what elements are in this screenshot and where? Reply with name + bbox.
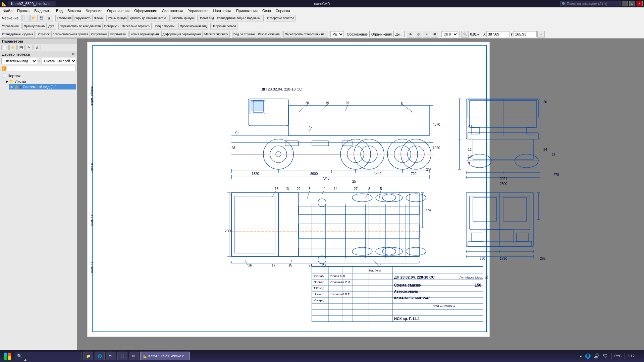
svg-text:Нар Усм: Нар Усм [369,269,381,272]
start-button[interactable] [1,351,13,361]
snap-icon-1[interactable]: ⊕ [407,31,414,38]
tree-search-input[interactable] [7,66,75,71]
tb-chamfer-btn[interactable]: Фаска [93,15,104,21]
taskbar-task-browser[interactable]: 🌐 [95,352,105,360]
params-tb-4[interactable]: ✎ [25,45,33,50]
tb-viewarrow-btn[interactable]: Вид по стрелке [232,31,256,38]
tb-del-to-nearest-btn[interactable]: Удалить до ближайшего о... [128,15,170,21]
svg-text:1440: 1440 [374,172,382,176]
menu-item-help[interactable]: Справка [274,8,292,13]
menu-item-view[interactable]: Вид [54,8,65,13]
svg-text:20: 20 [305,101,309,105]
layer-select-1[interactable]: Системный вид... [1,58,37,64]
tb-deform-btn[interactable]: Деформация перемещения [161,31,203,38]
menu-item-file[interactable]: Файл [1,8,14,13]
svg-text:14: 14 [334,187,338,191]
tree-node-drawing[interactable]: 📄 Чертеж: [1,73,76,78]
scale-icon[interactable]: 🔍 [461,31,469,38]
taskbar-shield-icon[interactable]: 🛡 [602,353,609,359]
tb-segment-btn[interactable]: Отрезок [37,31,51,38]
menu-item-select[interactable]: Выделить [32,8,53,13]
tb-rebuild-holes-btn[interactable]: Перестроить отверстия и из... [283,31,328,38]
tb-std-items-btn[interactable]: Стандартные изделия [1,31,35,38]
taskbar-show-desktop[interactable] [638,351,640,361]
tb-trim-btn[interactable]: Усечь кривую [106,15,128,21]
tb-helpline-btn[interactable]: Вспомогательная прямая [51,31,90,38]
task-mail-icon: ✉ [132,354,135,358]
tree-node-sysview[interactable]: 👁 🔒 ■ Системный вид (1:1 [9,84,76,89]
sep-r2-4 [209,23,209,29]
menu-item-manage[interactable]: Управление [186,8,210,13]
params-tb-new[interactable]: 📄 [1,45,9,50]
taskbar-language[interactable]: РУС [614,354,622,358]
tb-print-btn[interactable]: 🖨 [46,15,53,21]
tb-hole-btn[interactable]: Отверстие простое [266,15,296,21]
taskbar-task-explorer[interactable]: 📁 [83,352,93,360]
search-placeholder[interactable]: Поиск по командам (Alt+/) [567,2,607,6]
toolbar-row-2: Управление Прямоугольник Дуга Переместит… [0,22,644,30]
canvas-area[interactable]: Форм. обозна Лист. К Лист. К г Лист. К г… [77,39,644,354]
menu-item-constraints[interactable]: Ограничения [105,8,131,13]
menu-item-format[interactable]: Оформление [132,8,159,13]
taskbar-task-music[interactable]: 🎵 [117,352,127,360]
sep-snap [440,31,440,37]
main-area: Параметры 📄 📂 💾 ✎ 🖨 Дерево чертежа ⚙ Сис… [0,39,644,354]
tb-autoline-btn[interactable]: Автолиния [55,15,73,21]
tb-circle-btn[interactable]: Окружность [73,15,93,21]
taskbar-time[interactable]: 3:12 [628,354,635,358]
tb-open-btn[interactable]: 📂 [30,15,38,21]
tb-viewfrommodel-btn[interactable]: Вид с модели... [154,23,178,29]
layer-select-2[interactable]: Системный слой [42,58,76,64]
tree-settings-icon[interactable]: ⚙ [71,52,75,56]
tb-extthread-btn[interactable]: Наружная резьба [210,23,237,29]
taskbar-network-icon[interactable]: 🌐 [585,353,591,359]
x-coord-box[interactable]: 387.69 [486,31,510,37]
menu-item-insert[interactable]: Вставка [65,8,83,13]
tb-hatch-btn[interactable]: Штриховка [109,31,127,38]
snap-icon-4[interactable]: ⊞ [431,31,438,38]
menu-item-edit[interactable]: Правка [15,8,32,13]
tb-stdviews-btn[interactable]: Стандартные виды с моделью... [216,15,264,21]
taskbar-chevron-icon[interactable]: ▲ [579,354,583,358]
taskbar-task-nanocad[interactable]: 📐 KamAZ_6520_khimka.c... [140,352,190,360]
taskbar-volume-icon[interactable]: 🔊 [593,353,600,359]
tb-fillet-btn[interactable]: Скругление [90,31,109,38]
tb-scale-btn[interactable]: Масштабировать [203,31,230,38]
tb-save-btn[interactable]: 💾 [38,15,45,21]
tb-break-btn[interactable]: Разбить кривую [170,15,195,21]
menu-item-window[interactable]: Окно [260,8,273,13]
tb-section-btn[interactable]: Разрез/сечение [257,31,281,38]
tb-move-coord-btn[interactable]: Переместить по координатам [58,23,103,29]
tab-label[interactable]: KamAZ_6520_khimka.c... [8,1,56,6]
menu-item-draft[interactable]: Черчение [84,8,105,13]
y-coord-box[interactable]: 165.93 [513,31,537,37]
raz-select[interactable]: Раз. [330,31,344,37]
menu-item-apps[interactable]: Приложения [234,8,260,13]
tb-arc-btn[interactable]: Дуга [47,23,56,29]
params-tb-save[interactable]: 💾 [17,45,25,50]
snap-icon-2[interactable]: ◎ [415,31,422,38]
close-button[interactable]: ✕ [637,1,643,6]
tb-rect-btn[interactable]: Прямоугольник [22,23,47,29]
tb-rotate-btn[interactable]: Повернуть [103,23,120,29]
minimize-button[interactable]: — [622,1,628,6]
menu-item-settings[interactable]: Настройка [211,8,233,13]
tb-new-btn[interactable]: 📄 [22,15,30,21]
tb-newview-btn[interactable]: Новый вид [197,15,215,21]
taskbar-task-store[interactable]: 🛍 [106,352,116,360]
maximize-button[interactable]: □ [629,1,635,6]
tree-node-sheets[interactable]: ▶ 📁 Листы [5,78,76,84]
taskbar-search[interactable]: 🔍 [15,352,82,360]
cursor-icon[interactable]: ✛ [537,31,545,38]
params-tb-open[interactable]: 📂 [9,45,17,50]
tb-mirror-btn[interactable]: Зеркально отразить [121,23,152,29]
params-tb-5[interactable]: 🖨 [34,45,41,50]
snap-icon-3[interactable]: ✕ [423,31,430,38]
tb-copy-move-btn[interactable]: Копия перемещения [129,31,161,38]
taskbar-task-mail[interactable]: ✉ [129,352,139,360]
sys-sep2 [625,353,625,359]
tb-projview-btn[interactable]: Проекционный вид [178,23,208,29]
menu-item-diag[interactable]: Диагностика [160,8,185,13]
tb-manage-btn[interactable]: Управление [1,23,20,29]
sk-select[interactable]: СК 0 [441,31,458,37]
